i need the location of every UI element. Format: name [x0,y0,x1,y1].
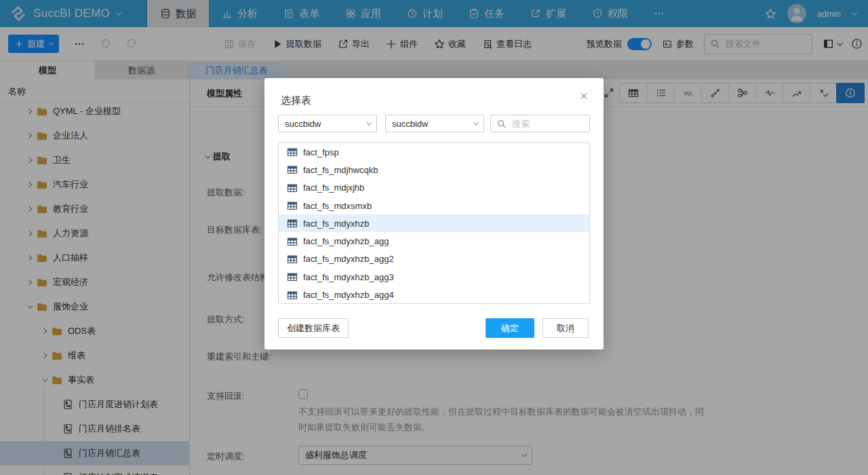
table-name: fact_fs_mdyxhzb_agg [303,236,389,246]
dialog-title: 选择表 [281,94,311,107]
chevron-down-icon [366,119,372,125]
table-list-item[interactable]: fact_fs_mdxsmxb [279,197,589,214]
table-name: fact_fs_mdyxhzb [303,218,370,229]
table-name: fact_fpsp [303,147,339,157]
table-search-input[interactable] [511,118,578,130]
table-list-item[interactable]: fact_fs_mdyxhzb_agg [279,232,589,250]
datasource-select-value: succbidw [285,119,362,129]
table-list-item[interactable]: fact_fs_mdyxhzb_agg2 [279,250,589,268]
table-icon [287,218,298,229]
table-list-item[interactable]: fact_fs_mdjhwcqkb [279,161,589,178]
table-name: fact_fs_mdyxhzb_agg4 [303,290,394,300]
table-name: fact_fs_mdyxhzb_agg2 [303,254,394,264]
select-table-dialog: 选择表 succbidw succbidw fact_fpspfact_fs_m… [264,78,604,349]
table-icon [287,236,298,247]
close-icon[interactable] [576,89,591,104]
table-icon [287,290,298,301]
schema-select[interactable]: succbidw [385,115,484,132]
table-list-item[interactable]: fact_fs_mdyxhzb [279,214,589,232]
table-icon [287,200,298,211]
app-window: SuccBI DEMO 数据分析表单应用计划任务扩展?权限 admin 新建 [0,0,868,475]
table-list-item[interactable]: fact_fpsp [279,143,589,161]
table-name: fact_fs_mdjxjhb [303,183,364,193]
table-icon [287,164,298,175]
table-list-item[interactable]: fact_fs_mdjxjhb [279,179,589,197]
table-name: fact_fs_mdjhwcqkb [303,165,378,175]
table-list-item[interactable]: fact_fs_mdyxhzb_agg3 [279,268,589,286]
table-icon [287,183,298,193]
chevron-down-icon [473,119,479,125]
table-name: fact_fs_mdxsmxb [303,201,372,211]
table-icon [287,254,298,265]
search-icon [496,119,507,129]
table-icon [287,271,298,282]
table-search-box [490,115,590,132]
table-name: fact_fs_mdyxhzb_agg3 [303,272,394,282]
table-list-item[interactable]: fact_fs_mdyxhzb_agg4 [279,286,589,303]
create-table-button[interactable]: 创建数据库表 [278,318,349,338]
datasource-select[interactable]: succbidw [278,115,377,132]
table-icon [287,147,298,157]
table-list: fact_fpspfact_fs_mdjhwcqkbfact_fs_mdjxjh… [278,142,590,304]
cancel-button[interactable]: 取消 [542,318,589,338]
ok-button[interactable]: 确定 [486,318,534,338]
schema-select-value: succbidw [392,119,469,129]
